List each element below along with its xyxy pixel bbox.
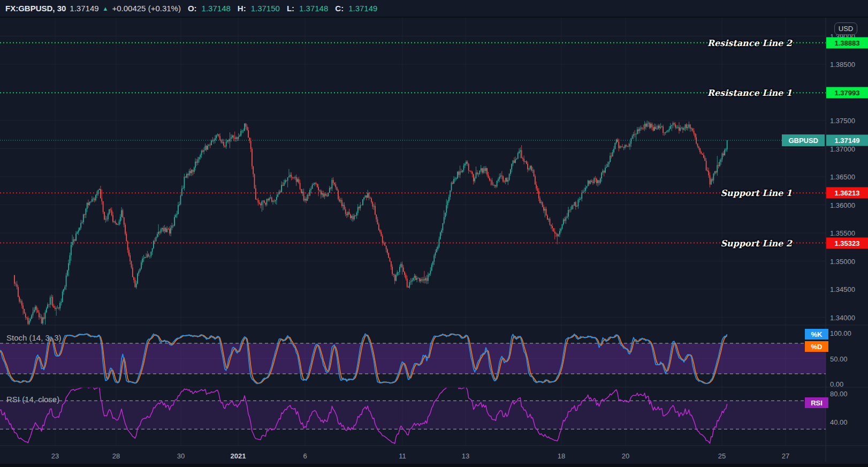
price-change: +0.00425 (+0.31%) bbox=[112, 4, 180, 13]
rsi-pane-title[interactable]: RSI (14, close) bbox=[6, 395, 59, 404]
up-arrow-icon: ▲ bbox=[103, 5, 109, 12]
osc-tick: 80.00 bbox=[830, 390, 848, 398]
resistance-line-1-label[interactable]: Resistance Line 1 bbox=[707, 88, 792, 98]
support-line-1-price-badge: 1.36213 bbox=[826, 187, 868, 199]
candles bbox=[14, 120, 727, 326]
window-bottom-edge bbox=[0, 464, 868, 467]
stoch-pane-title[interactable]: Stoch (14, 3, 3) bbox=[6, 333, 62, 342]
price-tick: 1.37500 bbox=[830, 117, 855, 125]
open-value: 1.37148 bbox=[202, 4, 231, 13]
price-tick: 1.38500 bbox=[830, 61, 855, 69]
time-label: 28 bbox=[112, 452, 120, 460]
resistance-line-1-price-badge: 1.37993 bbox=[826, 87, 868, 99]
currency-usd-button[interactable]: USD bbox=[834, 22, 857, 35]
current-price-symbol-badge: GBPUSD bbox=[782, 134, 825, 146]
time-label: 2021 bbox=[231, 452, 246, 460]
osc-tick: 40.00 bbox=[830, 418, 848, 426]
osc-tick: 50.00 bbox=[830, 355, 848, 363]
chart-canvas[interactable] bbox=[0, 0, 868, 467]
price-tick: 1.34000 bbox=[830, 313, 855, 321]
osc-tick: 100.00 bbox=[830, 329, 851, 337]
high-label: H: bbox=[238, 4, 246, 13]
price-tick: 1.35000 bbox=[830, 257, 855, 265]
resistance-line-2-price-badge: 1.38883 bbox=[826, 37, 868, 48]
support-line-2-price-badge: 1.35323 bbox=[826, 237, 868, 248]
stoch-d-badge: %D bbox=[805, 341, 828, 352]
price-tick: 1.36000 bbox=[830, 201, 855, 209]
low-value: 1.37148 bbox=[299, 4, 328, 13]
support-line-1-label[interactable]: Support Line 1 bbox=[721, 188, 792, 198]
time-label: 25 bbox=[718, 452, 726, 460]
time-label: 20 bbox=[622, 452, 629, 460]
time-label: 23 bbox=[51, 452, 59, 460]
last-price: 1.37149 bbox=[70, 4, 98, 13]
support-line-2-label[interactable]: Support Line 2 bbox=[721, 238, 792, 248]
open-label: O: bbox=[188, 4, 197, 13]
time-label: 30 bbox=[177, 452, 185, 460]
symbol-info-bar: FX:GBPUSD, 30 1.37149 ▲ +0.00425 (+0.31%… bbox=[0, 0, 868, 17]
time-label: 27 bbox=[782, 452, 789, 460]
current-price-badge: 1.37149 bbox=[826, 134, 868, 146]
time-label: 6 bbox=[303, 452, 307, 460]
time-label: 11 bbox=[399, 452, 406, 460]
rsi-badge: RSI bbox=[805, 397, 828, 408]
trading-chart-app: FX:GBPUSD, 30 1.37149 ▲ +0.00425 (+0.31%… bbox=[0, 0, 868, 467]
price-tick: 1.35500 bbox=[830, 229, 855, 237]
header-separator bbox=[0, 17, 868, 18]
resistance-line-2-label[interactable]: Resistance Line 2 bbox=[707, 37, 792, 48]
close-label: C: bbox=[335, 4, 344, 13]
price-tick: 1.36500 bbox=[830, 173, 855, 181]
time-label: 18 bbox=[558, 452, 565, 460]
symbol-name[interactable]: FX:GBPUSD, 30 bbox=[5, 4, 66, 13]
high-value: 1.37150 bbox=[251, 4, 280, 13]
close-value: 1.37149 bbox=[348, 4, 377, 13]
stoch-k-badge: %K bbox=[805, 329, 828, 340]
osc-tick: 0.00 bbox=[830, 380, 843, 388]
time-label: 13 bbox=[462, 452, 469, 460]
low-label: L: bbox=[287, 4, 294, 13]
price-tick: 1.34500 bbox=[830, 285, 855, 293]
